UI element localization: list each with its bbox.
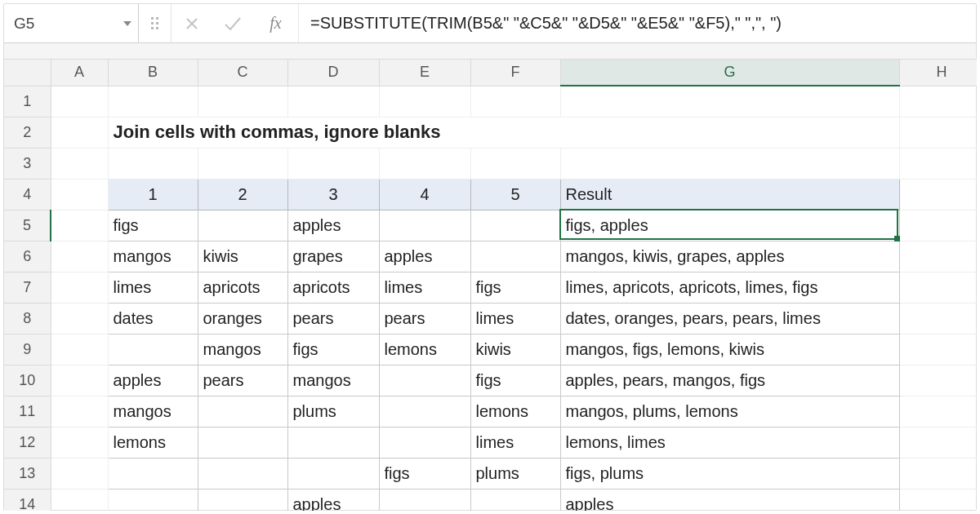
data-header-1[interactable]: 1: [108, 179, 198, 210]
cell[interactable]: [198, 148, 287, 179]
col-header-D[interactable]: D: [287, 60, 379, 86]
cell[interactable]: [51, 303, 108, 334]
cell[interactable]: mangos: [198, 334, 287, 365]
cell[interactable]: figs: [287, 334, 379, 365]
row-header[interactable]: 1: [4, 86, 51, 117]
cell[interactable]: [899, 365, 980, 396]
cell[interactable]: [108, 334, 198, 365]
col-header-F[interactable]: F: [470, 60, 560, 86]
cell[interactable]: [51, 396, 108, 427]
row-header[interactable]: 9: [4, 334, 51, 365]
cell[interactable]: [899, 148, 980, 179]
chevron-down-icon[interactable]: [123, 21, 131, 26]
cell[interactable]: lemons: [379, 334, 470, 365]
col-header-H[interactable]: H: [899, 60, 980, 86]
cell[interactable]: [379, 396, 470, 427]
enter-formula-button[interactable]: [212, 4, 253, 42]
cell[interactable]: lemons, limes: [560, 427, 899, 458]
row-header[interactable]: 4: [4, 179, 51, 210]
cell[interactable]: [198, 458, 287, 489]
cell[interactable]: [198, 210, 287, 241]
cell[interactable]: [560, 148, 899, 179]
cell[interactable]: [470, 489, 560, 514]
col-header-C[interactable]: C: [198, 60, 287, 86]
cell[interactable]: figs: [379, 458, 470, 489]
cell[interactable]: figs: [108, 210, 198, 241]
cell[interactable]: lemons: [108, 427, 198, 458]
cell[interactable]: [108, 458, 198, 489]
cell[interactable]: dates, oranges, pears, pears, limes: [560, 303, 899, 334]
cell[interactable]: [470, 241, 560, 272]
cell[interactable]: oranges: [198, 303, 287, 334]
cell[interactable]: [108, 489, 198, 514]
cell[interactable]: grapes: [287, 241, 379, 272]
col-header-A[interactable]: A: [51, 60, 108, 86]
select-all-corner[interactable]: [4, 60, 51, 86]
cell[interactable]: apples: [287, 489, 379, 514]
data-header-2[interactable]: 2: [198, 179, 287, 210]
cell[interactable]: [51, 179, 108, 210]
cell[interactable]: [899, 241, 980, 272]
cell[interactable]: pears: [287, 303, 379, 334]
cell[interactable]: limes, apricots, apricots, limes, figs: [560, 272, 899, 303]
cell[interactable]: [899, 427, 980, 458]
cell[interactable]: [287, 148, 379, 179]
cell[interactable]: [51, 427, 108, 458]
cell[interactable]: [51, 117, 108, 148]
data-header-5[interactable]: 5: [470, 179, 560, 210]
data-header-3[interactable]: 3: [287, 179, 379, 210]
cell[interactable]: mangos: [287, 365, 379, 396]
cell[interactable]: [470, 86, 560, 117]
cell[interactable]: [51, 334, 108, 365]
cell[interactable]: [51, 489, 108, 514]
cell[interactable]: [108, 148, 198, 179]
cell[interactable]: figs, plums: [560, 458, 899, 489]
col-header-G[interactable]: G: [560, 60, 899, 86]
cell[interactable]: kiwis: [198, 241, 287, 272]
drag-handle[interactable]: [139, 4, 172, 42]
cell[interactable]: [899, 117, 980, 148]
cell[interactable]: limes: [108, 272, 198, 303]
formula-input[interactable]: =SUBSTITUTE(TRIM(B5&" "&C5&" "&D5&" "&E5…: [299, 4, 976, 42]
row-header[interactable]: 6: [4, 241, 51, 272]
cell[interactable]: [379, 148, 470, 179]
cell[interactable]: [51, 365, 108, 396]
row-header[interactable]: 3: [4, 148, 51, 179]
cell[interactable]: [198, 489, 287, 514]
cell[interactable]: [287, 427, 379, 458]
cell[interactable]: [899, 210, 980, 241]
col-header-B[interactable]: B: [108, 60, 198, 86]
name-box[interactable]: G5: [4, 4, 139, 42]
cell[interactable]: mangos, figs, lemons, kiwis: [560, 334, 899, 365]
cell[interactable]: [899, 334, 980, 365]
active-cell[interactable]: figs, apples: [560, 210, 899, 241]
cell[interactable]: [379, 365, 470, 396]
cell[interactable]: [899, 303, 980, 334]
cell[interactable]: [51, 86, 108, 117]
cell[interactable]: [51, 458, 108, 489]
cell[interactable]: [560, 86, 899, 117]
cell[interactable]: [379, 489, 470, 514]
cell[interactable]: [51, 241, 108, 272]
row-header[interactable]: 13: [4, 458, 51, 489]
cell[interactable]: [198, 86, 287, 117]
cell[interactable]: apples: [379, 241, 470, 272]
cell[interactable]: mangos, plums, lemons: [560, 396, 899, 427]
insert-function-button[interactable]: fx: [253, 4, 299, 42]
cell[interactable]: apples: [108, 365, 198, 396]
cell[interactable]: apricots: [287, 272, 379, 303]
row-header[interactable]: 5: [4, 210, 51, 241]
cell[interactable]: apricots: [198, 272, 287, 303]
cell[interactable]: apples: [287, 210, 379, 241]
row-header[interactable]: 7: [4, 272, 51, 303]
cell[interactable]: [51, 148, 108, 179]
cell[interactable]: kiwis: [470, 334, 560, 365]
cell[interactable]: [470, 210, 560, 241]
cell[interactable]: plums: [287, 396, 379, 427]
row-header[interactable]: 12: [4, 427, 51, 458]
col-header-E[interactable]: E: [379, 60, 470, 86]
cell[interactable]: [51, 272, 108, 303]
cell[interactable]: [899, 489, 980, 514]
cell[interactable]: [287, 86, 379, 117]
cell[interactable]: pears: [198, 365, 287, 396]
